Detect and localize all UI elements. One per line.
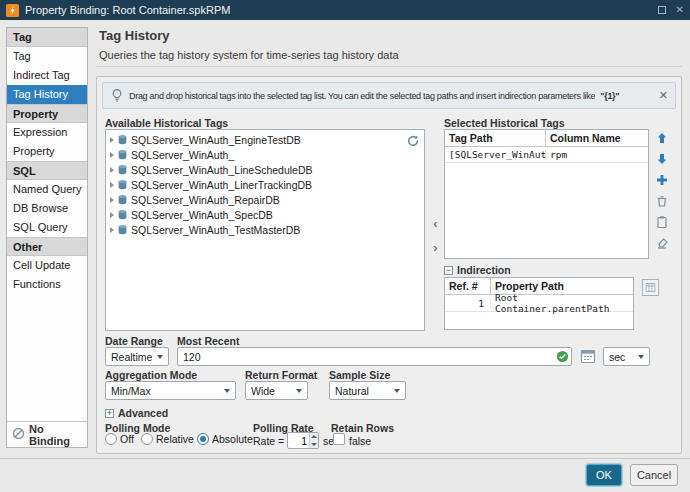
no-binding-button[interactable]: No Binding <box>7 421 87 447</box>
tree-item[interactable]: SQLServer_WinAuth_EngineTestDB <box>106 132 424 147</box>
expand-caret-icon[interactable] <box>110 212 114 218</box>
expand-caret-icon[interactable] <box>110 197 114 203</box>
ok-button[interactable]: OK <box>586 464 622 486</box>
add-icon[interactable] <box>655 173 669 187</box>
column-header-tag-path[interactable]: Tag Path <box>445 130 546 146</box>
paste-icon[interactable] <box>655 215 669 229</box>
collapse-minus-icon[interactable]: − <box>444 266 453 275</box>
expand-caret-icon[interactable] <box>110 167 114 173</box>
tree-item[interactable]: SQLServer_WinAuth_LineScheduleDB <box>106 162 424 177</box>
hint-text: Drag and drop historical tags into the s… <box>129 91 595 101</box>
expand-caret-icon[interactable] <box>110 137 114 143</box>
tree-item[interactable]: SQLServer_WinAuth_ <box>106 147 424 162</box>
chevron-down-icon <box>394 389 400 393</box>
header-divider <box>96 66 682 67</box>
close-icon[interactable]: ✕ <box>676 5 684 15</box>
sidebar-item-tag-history[interactable]: Tag History <box>7 85 87 104</box>
column-header-column-name[interactable]: Column Name <box>546 130 648 146</box>
expand-plus-icon[interactable]: + <box>105 409 114 418</box>
aggregation-mode-select[interactable]: Min/Max <box>105 381 236 400</box>
sidebar-item-cell-update[interactable]: Cell Update <box>7 256 87 275</box>
return-format-label: Return Format <box>245 369 317 381</box>
tree-item[interactable]: SQLServer_WinAuth_LinerTrackingDB <box>106 177 424 192</box>
available-tags-tree: SQLServer_WinAuth_EngineTestDB SQLServer… <box>106 130 424 237</box>
move-down-icon[interactable] <box>655 152 669 166</box>
tree-item-label: SQLServer_WinAuth_LineScheduleDB <box>131 164 313 176</box>
retain-rows-value: false <box>349 435 371 447</box>
sidebar-item-functions[interactable]: Functions <box>7 275 87 294</box>
expand-caret-icon[interactable] <box>110 182 114 188</box>
indirection-row[interactable]: 1 Root Container.parentPath <box>445 295 633 312</box>
cell-property-path[interactable]: Root Container.parentPath <box>491 292 633 314</box>
sidebar-item-named-query[interactable]: Named Query <box>7 180 87 199</box>
expand-caret-icon[interactable] <box>110 152 114 158</box>
sidebar-item-property[interactable]: Property <box>7 142 87 161</box>
retain-rows-checkbox[interactable] <box>333 433 345 445</box>
sidebar-item-db-browse[interactable]: DB Browse <box>7 199 87 218</box>
transfer-left-button[interactable]: ‹ <box>429 217 442 233</box>
banner-close-icon[interactable]: ✕ <box>659 89 668 102</box>
selected-tags-label: Selected Historical Tags <box>444 117 565 129</box>
indirection-table: Ref. # Property Path 1 Root Container.pa… <box>444 277 634 330</box>
tree-item[interactable]: SQLServer_WinAuth_SpecDB <box>106 207 424 222</box>
advanced-toggle[interactable]: + Advanced <box>105 407 168 419</box>
expand-caret-icon[interactable] <box>110 227 114 233</box>
cell-ref[interactable]: 1 <box>445 298 491 309</box>
polling-relative-radio[interactable]: Relative <box>141 433 194 445</box>
radio-label: Absolute <box>212 433 253 445</box>
return-format-value: Wide <box>251 385 275 397</box>
database-icon <box>117 179 128 190</box>
radio-icon <box>141 433 153 445</box>
database-icon <box>117 149 128 160</box>
indirection-label: Indirection <box>457 264 511 276</box>
sidebar-item-tag[interactable]: Tag <box>7 47 87 66</box>
titlebar[interactable]: Property Binding: Root Container.spkRPM … <box>0 0 690 20</box>
date-range-mode-value: Realtime <box>111 351 152 363</box>
tree-item-label: SQLServer_WinAuth_SpecDB <box>131 209 273 221</box>
hint-param: "{1}" <box>600 91 619 101</box>
spinner-up-icon[interactable] <box>309 433 318 441</box>
return-format-select[interactable]: Wide <box>245 381 308 400</box>
page-subtitle: Queries the tag history system for time-… <box>99 49 399 61</box>
time-unit-select[interactable]: sec <box>603 347 650 366</box>
tree-item[interactable]: SQLServer_WinAuth_RepairDB <box>106 192 424 207</box>
database-icon <box>117 194 128 205</box>
database-icon <box>117 134 128 145</box>
sidebar-section-property: Property <box>7 104 87 123</box>
rate-input-wrap <box>287 432 319 449</box>
column-header-ref[interactable]: Ref. # <box>445 278 491 294</box>
sample-size-select[interactable]: Natural <box>329 381 406 400</box>
most-recent-input[interactable] <box>177 347 572 366</box>
window-title: Property Binding: Root Container.spkRPM <box>25 4 230 16</box>
selected-tags-table: Tag Path Column Name [SQLServer_WinAuth_… <box>444 129 649 259</box>
aggregation-mode-value: Min/Max <box>111 385 151 397</box>
refresh-icon[interactable] <box>406 134 420 148</box>
table-row[interactable]: [SQLServer_WinAuth_ rpm <box>445 147 648 163</box>
property-binding-dialog: Property Binding: Root Container.spkRPM … <box>0 0 690 492</box>
date-range-mode-select[interactable]: Realtime <box>105 347 169 366</box>
tree-item-label: SQLServer_WinAuth_RepairDB <box>131 194 280 206</box>
cell-column-name[interactable]: rpm <box>546 149 648 160</box>
sidebar-section-tag: Tag <box>7 28 87 47</box>
database-icon <box>117 164 128 175</box>
sidebar-item-sql-query[interactable]: SQL Query <box>7 218 87 237</box>
cancel-button[interactable]: Cancel <box>630 464 678 486</box>
polling-off-radio[interactable]: Off <box>105 433 134 445</box>
maximize-icon[interactable] <box>658 6 666 14</box>
transfer-right-button[interactable]: › <box>429 241 442 257</box>
move-up-icon[interactable] <box>655 131 669 145</box>
cell-tag-path[interactable]: [SQLServer_WinAuth_ <box>445 149 546 160</box>
binding-type-sidebar: Tag Tag Indirect Tag Tag History Propert… <box>6 27 88 448</box>
delete-icon[interactable] <box>655 194 669 208</box>
calendar-icon[interactable] <box>580 348 596 364</box>
sidebar-item-indirect-tag[interactable]: Indirect Tag <box>7 66 87 85</box>
binding-window-icon <box>6 4 19 17</box>
polling-absolute-radio[interactable]: Absolute <box>197 433 253 445</box>
selected-tags-toolbar <box>653 129 671 259</box>
sidebar-item-expression[interactable]: Expression <box>7 123 87 142</box>
chevron-down-icon <box>296 389 302 393</box>
property-table-icon[interactable] <box>642 279 659 296</box>
clear-icon[interactable] <box>655 236 669 250</box>
tree-item[interactable]: SQLServer_WinAuth_TestMasterDB <box>106 222 424 237</box>
spinner-down-icon[interactable] <box>309 441 318 449</box>
